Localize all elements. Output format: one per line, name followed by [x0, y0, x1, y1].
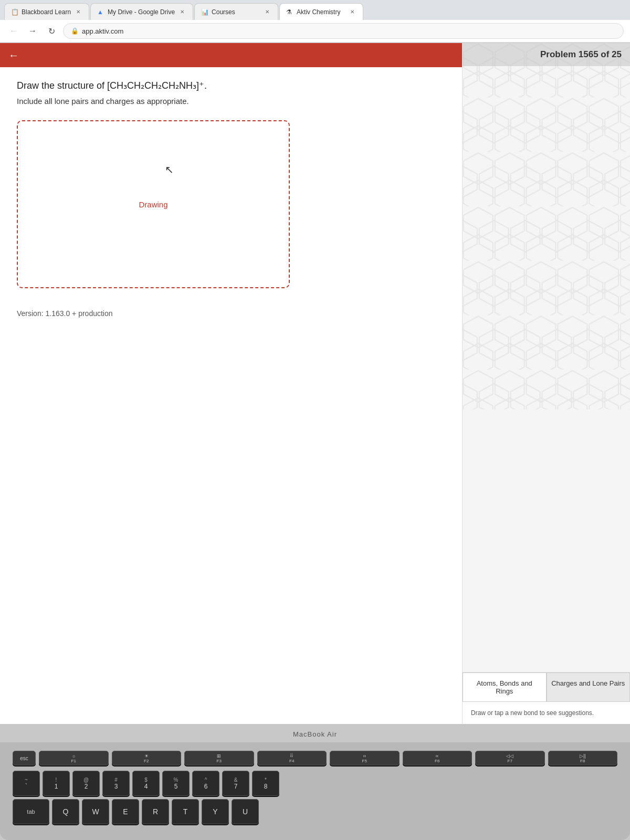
main-panel: ← Draw the structure of [CH₃CH₂CH₂CH₂NH₃…: [0, 43, 462, 724]
tab-courses[interactable]: 📊 Courses ✕: [194, 3, 278, 20]
drawing-canvas[interactable]: ↖ Drawing: [17, 120, 290, 288]
courses-tab-close[interactable]: ✕: [263, 8, 271, 16]
f3-icon: ⊞: [217, 753, 221, 759]
lock-icon: 🔒: [71, 27, 79, 35]
screen: ← Draw the structure of [CH₃CH₂CH₂CH₂NH₃…: [0, 43, 630, 724]
courses-tab-label: Courses: [212, 8, 260, 16]
aktiv-tab-label: Aktiv Chemistry: [297, 8, 345, 16]
f7-icon: ◁◁: [506, 753, 513, 759]
key4-bot: 4: [144, 783, 148, 790]
tilde-top: ~: [25, 777, 28, 783]
key-f7[interactable]: ◁◁ F7: [475, 751, 545, 765]
problem-header: Problem 1565 of 25: [463, 43, 630, 66]
key-q[interactable]: Q: [52, 799, 79, 824]
forward-button[interactable]: →: [25, 24, 40, 38]
key-r[interactable]: R: [142, 799, 169, 824]
bb-tab-label: Blackboard Learn: [22, 8, 71, 16]
key5-bot: 5: [174, 783, 178, 790]
address-text: app.aktiv.com: [82, 27, 123, 35]
key1-top: !: [56, 777, 57, 783]
tab-atoms-bonds[interactable]: Atoms, Bonds and Rings: [463, 673, 547, 702]
key-f8[interactable]: ▷|| F8: [548, 751, 618, 765]
key-8[interactable]: * 8: [252, 771, 279, 796]
key-e[interactable]: E: [112, 799, 139, 824]
key-t[interactable]: T: [172, 799, 199, 824]
key2-top: @: [83, 777, 89, 783]
version-text: Version: 1.163.0 + production: [17, 309, 445, 318]
keyboard: esc ☼ F1 ☀ F2 ⊞ F3 ⠿ F4 ⠶ F5 ⠶: [0, 742, 630, 840]
f5-label: F5: [362, 759, 367, 763]
nav-bar: ← → ↻ 🔒 app.aktiv.com: [0, 20, 630, 43]
key-6[interactable]: ^ 6: [192, 771, 219, 796]
key1-bot: 1: [55, 783, 58, 790]
key-7[interactable]: & 7: [222, 771, 249, 796]
f5-icon: ⠶: [363, 753, 366, 759]
cursor-icon: ↖: [165, 163, 174, 176]
aktiv-tab-close[interactable]: ✕: [348, 8, 356, 16]
f1-label: F1: [71, 759, 76, 763]
key-4[interactable]: $ 4: [132, 771, 160, 796]
reload-button[interactable]: ↻: [44, 24, 59, 38]
key-f3[interactable]: ⊞ F3: [184, 751, 254, 765]
bb-tab-close[interactable]: ✕: [74, 8, 82, 16]
right-panel: Problem 1565 of 25 Atoms, Bonds and Ring…: [462, 43, 630, 724]
f4-label: F4: [289, 759, 294, 763]
key5-top: %: [174, 777, 178, 783]
f6-label: F6: [435, 759, 439, 763]
key-y[interactable]: Y: [202, 799, 229, 824]
fn-row: esc ☼ F1 ☀ F2 ⊞ F3 ⠿ F4 ⠶ F5 ⠶: [13, 751, 617, 765]
key6-top: ^: [205, 777, 207, 783]
f8-label: F8: [580, 759, 585, 763]
f2-label: F2: [144, 759, 149, 763]
key-tab[interactable]: tab: [13, 799, 49, 824]
key-2[interactable]: @ 2: [72, 771, 100, 796]
top-bar: ←: [0, 43, 462, 67]
key8-top: *: [265, 777, 267, 783]
problem-question-line2: Include all lone pairs and charges as ap…: [17, 97, 445, 106]
drive-tab-close[interactable]: ✕: [178, 8, 186, 16]
f6-icon: ⠶: [435, 753, 439, 759]
key7-top: &: [234, 777, 238, 783]
key-f6[interactable]: ⠶ F6: [403, 751, 472, 765]
number-row: ~ ` ! 1 @ 2 # 3 $ 4 % 5: [13, 771, 617, 796]
tab-drive[interactable]: ▲ My Drive - Google Drive ✕: [90, 3, 193, 20]
back-arrow-icon[interactable]: ←: [8, 49, 19, 61]
tab-bar: 📋 Blackboard Learn ✕ ▲ My Drive - Google…: [0, 0, 630, 20]
drive-tab-label: My Drive - Google Drive: [108, 8, 175, 16]
tab-aktiv[interactable]: ⚗ Aktiv Chemistry ✕: [279, 3, 363, 20]
key-1[interactable]: ! 1: [43, 771, 70, 796]
key-esc[interactable]: esc: [13, 751, 36, 765]
f4-icon: ⠿: [290, 753, 293, 759]
key-f5[interactable]: ⠶ F5: [330, 751, 400, 765]
key-tilde[interactable]: ~ `: [13, 771, 40, 796]
key-3[interactable]: # 3: [102, 771, 130, 796]
key-u[interactable]: U: [232, 799, 259, 824]
address-bar[interactable]: 🔒 app.aktiv.com: [63, 23, 624, 39]
key-f2[interactable]: ☀ F2: [112, 751, 182, 765]
drawing-label: Drawing: [139, 200, 167, 209]
key-f4[interactable]: ⠿ F4: [257, 751, 327, 765]
key-w[interactable]: W: [82, 799, 109, 824]
tools-tabs: Atoms, Bonds and Rings Charges and Lone …: [463, 673, 630, 702]
key6-bot: 6: [204, 783, 208, 790]
tab-charges-lone-pairs[interactable]: Charges and Lone Pairs: [547, 673, 631, 702]
browser-frame: 📋 Blackboard Learn ✕ ▲ My Drive - Google…: [0, 0, 630, 43]
laptop-bottom: MacBook Air esc ☼ F1 ☀ F2 ⊞ F3 ⠿ F4 ⠶: [0, 724, 630, 840]
tools-section: Atoms, Bonds and Rings Charges and Lone …: [463, 672, 630, 724]
key2-bot: 2: [85, 783, 88, 790]
key8-bot: 8: [264, 783, 268, 790]
bb-favicon: 📋: [11, 8, 18, 16]
svg-rect-4: [463, 43, 630, 410]
drive-favicon: ▲: [97, 8, 104, 16]
key3-top: #: [114, 777, 118, 783]
key-5[interactable]: % 5: [162, 771, 190, 796]
key-f1[interactable]: ☼ F1: [39, 751, 109, 765]
tab-blackboard[interactable]: 📋 Blackboard Learn ✕: [4, 3, 89, 20]
f7-label: F7: [508, 759, 512, 763]
aktiv-favicon: ⚗: [286, 8, 293, 16]
back-button[interactable]: ←: [6, 24, 21, 38]
f8-icon: ▷||: [580, 753, 586, 759]
letter-row-1: tab Q W E R T Y U: [13, 799, 617, 824]
f1-icon: ☼: [71, 753, 76, 759]
tool-hint: Draw or tap a new bond to see suggestion…: [463, 702, 630, 724]
